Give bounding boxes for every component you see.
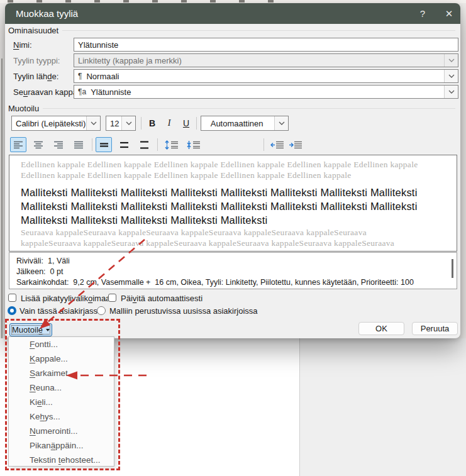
auto-update-checkbox[interactable] [108,294,116,302]
style-preview-box: Edellinen kappale Edellinen kappale Edel… [9,155,457,252]
align-right-icon [53,141,64,149]
only-this-document-radio[interactable] [8,306,16,315]
preview-sample-line: Malliteksti Malliteksti Malliteksti Mall… [21,187,418,199]
increase-space-before-button[interactable] [162,137,181,152]
line-spacing-1-5-button[interactable] [116,137,132,152]
align-left-button[interactable] [10,137,26,152]
style-type-label: Tyylin tyyppi: [13,56,60,65]
menu-item-pikanappain[interactable]: Pikanäppäin... [9,438,114,453]
style-type-value: Linkitetty (kappale ja merkki) [78,56,182,65]
line-spacing-double-button[interactable] [136,137,152,152]
preview-next-line: kappaleSeuraava kappaleSeuraava kappaleS… [21,238,394,248]
description-line: Jälkeen: 0 pt [16,267,63,276]
toolbar-separator [92,138,92,151]
line-spacing-single-icon [99,141,109,149]
next-style-value: Ylätunniste [91,87,131,97]
bold-button[interactable]: B [145,116,160,131]
increase-indent-button[interactable] [287,137,304,152]
space-after-paragraph-icon [186,140,201,150]
based-on-value: Normaali [86,72,119,81]
menu-item-fontti[interactable]: Fontti... [9,337,114,351]
name-label: Nimi: [13,40,32,50]
add-to-gallery-checkbox[interactable] [8,294,16,302]
chevron-down-icon [444,70,458,82]
add-to-gallery-label: Lisää pikatyylivalikoimaan [21,294,115,303]
line-spacing-single-button[interactable] [96,137,112,152]
align-right-button[interactable] [50,137,67,152]
preview-next-line: Seuraava kappaleSeuraava kappaleSeuraava… [21,228,367,238]
based-on-combo[interactable]: ¶ Normaali [74,69,458,83]
close-button[interactable]: ✕ [441,3,457,24]
align-center-button[interactable] [30,137,47,152]
new-documents-label: Malliin perustuvissa uusissa asiakirjois… [109,306,258,316]
menu-item-kehys[interactable]: Kehys... [9,409,114,424]
align-justify-icon [74,141,84,149]
chevron-down-icon [121,116,135,130]
underline-button[interactable]: U [179,116,194,131]
app-background [299,338,466,476]
chevron-down-icon [86,116,100,130]
chevron-down-icon [444,54,458,67]
page-edge-line [299,338,300,476]
ok-button[interactable]: OK [358,322,404,335]
modify-style-dialog: Muokkaa tyyliä ? ✕ Ominaisuudet Nimi: Ty… [5,3,460,338]
formatting-group-label: Muotoilu [8,104,43,113]
toolbar-separator [141,117,141,130]
underline-icon: U [183,118,189,128]
style-name-input[interactable] [74,38,458,52]
line-spacing-1-5-icon [119,141,129,149]
font-size-value: 12 [110,119,119,128]
dialog-title: Muokkaa tyyliä [16,3,78,24]
chevron-down-icon [444,86,458,98]
font-family-combo[interactable]: Calibri (Leipäteksti) [11,116,101,131]
new-documents-radio[interactable] [97,306,106,315]
menu-item-tekstin-tehosteet[interactable]: Tekstin tehosteet... [9,453,114,467]
cancel-button[interactable]: Peruuta [412,322,458,335]
format-menu: Fontti... Kappale... Sarkaimet... Reuna.… [8,336,114,467]
preview-previous-line: Edellinen kappale Edellinen kappale Edel… [21,170,352,180]
menu-item-sarkaimet[interactable]: Sarkaimet... [9,366,114,380]
description-scrollbar[interactable] [452,259,453,278]
format-button[interactable]: Muotoile [9,323,52,336]
only-this-document-label: Vain tässä asiakirjassa [19,306,102,316]
formatting-group-rule [10,108,455,109]
word-window-left-edge [1,58,3,338]
next-style-combo[interactable]: ¶a Ylätunniste [74,85,458,99]
align-justify-button[interactable] [70,137,87,152]
font-family-value: Calibri (Leipäteksti) [16,119,86,128]
italic-button[interactable]: I [162,116,177,131]
screen: Muokkaa tyyliä ? ✕ Ominaisuudet Nimi: Ty… [0,0,466,476]
linked-paragraph-mark-icon: ¶a [78,87,86,96]
menu-item-kieli[interactable]: Kieli... [9,395,114,409]
menu-item-reuna[interactable]: Reuna... [9,380,114,395]
description-line: Sarkainkohdat: 9,2 cm, Vasemmalle + 16 c… [16,278,414,287]
font-color-value: Automaattinen [211,119,264,128]
help-button[interactable]: ? [415,3,430,24]
preview-previous-line: Edellinen kappale Edellinen kappale Edel… [21,160,418,170]
toolbar-separator [157,138,158,151]
menu-item-kappale[interactable]: Kappale... [9,351,114,366]
menu-item-numerointi[interactable]: Numerointi... [9,424,114,438]
paragraph-mark-icon: ¶ [78,72,82,80]
font-color-combo[interactable]: Automaattinen [201,116,289,131]
decrease-indent-icon [270,141,284,149]
preview-next-line: kappaleSeuraava kappaleSeuraava kappaleS… [21,249,394,252]
toolbar-separator [264,138,264,151]
properties-group-rule [10,30,455,31]
preview-sample-line: Malliteksti Malliteksti Malliteksti Mall… [21,201,418,213]
decrease-indent-button[interactable] [269,137,286,152]
focus-outline [11,325,50,335]
align-left-icon [13,141,23,149]
font-size-combo[interactable]: 12 [106,116,136,131]
bold-icon: B [149,118,155,128]
align-center-icon [33,141,43,149]
auto-update-label: Päivitä automaattisesti [121,294,202,303]
properties-group-label: Ominaisuudet [8,26,62,35]
increase-space-after-button[interactable] [184,137,203,152]
style-description-box: Riviväli: 1, Väli Jälkeen: 0 pt Sarkaink… [9,252,457,289]
description-line: Riviväli: 1, Väli [16,257,70,265]
chevron-down-icon [274,116,288,130]
toolbar-separator [196,117,197,130]
ruler-marks [8,0,279,3]
dialog-titlebar: Muokkaa tyyliä ? ✕ [5,3,460,24]
